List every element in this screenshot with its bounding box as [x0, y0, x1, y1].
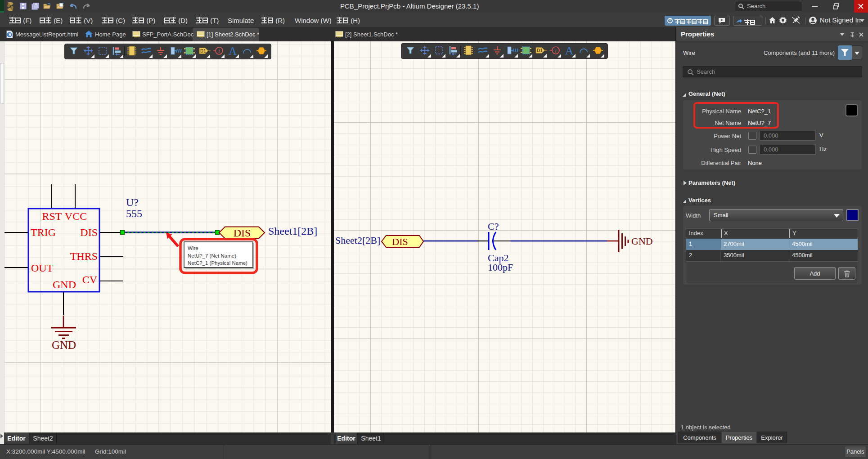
svg-text:i: i [218, 48, 220, 54]
svg-text:C?: C? [488, 221, 499, 232]
svg-text:DIS: DIS [234, 227, 251, 239]
svg-text:i: i [555, 48, 556, 54]
svg-text:THRS: THRS [70, 250, 98, 262]
svg-text:100pF: 100pF [488, 262, 513, 273]
svg-text:D1: D1 [537, 48, 543, 53]
svg-text:CV: CV [82, 274, 98, 285]
svg-text:NetU?_7 (Net Name): NetU?_7 (Net Name) [188, 253, 236, 258]
svg-text:OUT: OUT [31, 262, 54, 274]
svg-text:VCC: VCC [65, 210, 87, 222]
svg-text:GND: GND [52, 339, 76, 351]
svg-text:GND: GND [631, 236, 653, 247]
svg-text:Sheet2[2B]: Sheet2[2B] [335, 235, 380, 246]
svg-text:A: A [565, 45, 573, 57]
svg-text:TRIG: TRIG [31, 227, 56, 238]
svg-text:DIS: DIS [392, 236, 408, 247]
svg-text:RST: RST [42, 210, 62, 222]
svg-text:GND: GND [53, 279, 76, 290]
svg-text:Sheet1[2B]: Sheet1[2B] [268, 225, 317, 237]
svg-text:DIS: DIS [80, 227, 98, 238]
svg-text:Wire: Wire [188, 245, 198, 251]
svg-text:555: 555 [126, 208, 142, 219]
svg-text:D1: D1 [200, 49, 206, 53]
svg-text:A: A [229, 45, 237, 57]
svg-text:NetC?_1 (Physical Name): NetC?_1 (Physical Name) [188, 260, 247, 266]
svg-text:U?: U? [126, 196, 139, 208]
